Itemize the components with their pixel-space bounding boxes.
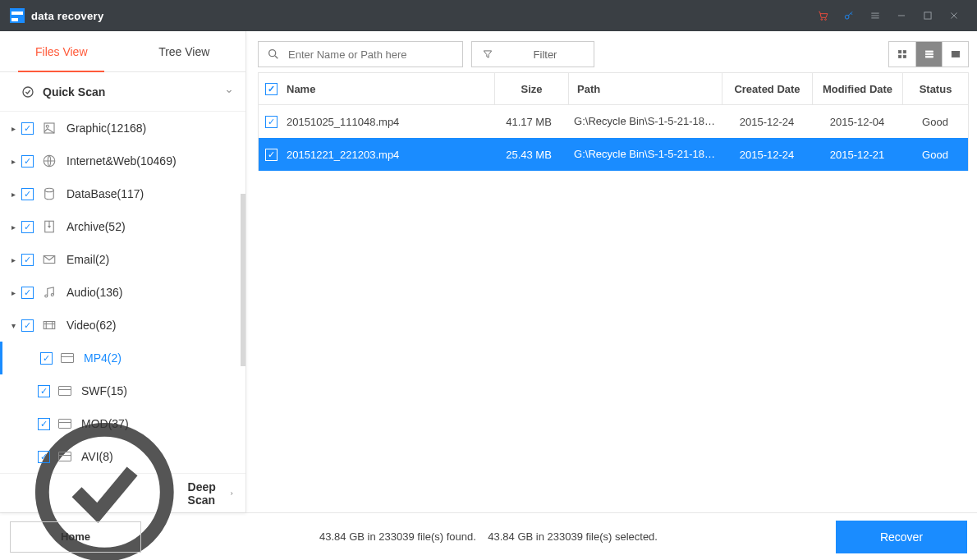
table-row[interactable]: ✓20151025_111048.mp441.17 MBG:\Recycle B… <box>259 105 968 138</box>
category-checkbox[interactable]: ✓ <box>21 254 34 266</box>
app-title: data recovery <box>31 10 103 22</box>
svg-rect-17 <box>903 50 906 53</box>
category-item[interactable]: ▸✓Audio(136) <box>0 276 245 309</box>
file-modified: 2015-12-04 <box>812 105 902 138</box>
quick-scan-section[interactable]: Quick Scan <box>0 72 245 112</box>
view-list-icon[interactable] <box>915 42 942 67</box>
view-grid-icon[interactable] <box>889 42 915 67</box>
category-item[interactable]: ▸✓Graphic(12168) <box>0 112 245 145</box>
file-modified: 2015-12-21 <box>812 138 902 171</box>
deep-scan-section[interactable]: Deep Scan <box>0 473 245 512</box>
category-item[interactable]: ▾✓Video(62) <box>0 309 245 342</box>
row-checkbox[interactable]: ✓ <box>265 116 278 128</box>
category-label: Archive(52) <box>67 220 126 233</box>
expand-icon[interactable]: ▸ <box>8 223 18 232</box>
folder-icon <box>58 386 71 396</box>
col-status[interactable]: Status <box>902 73 968 104</box>
tab-tree-view[interactable]: Tree View <box>123 31 246 71</box>
app-logo-icon <box>10 8 25 23</box>
svg-point-6 <box>46 125 48 127</box>
scrollbar-thumb[interactable] <box>241 194 245 366</box>
subcategory-checkbox[interactable]: ✓ <box>38 385 50 397</box>
table-row[interactable]: ✓20151221_221203.mp425.43 MBG:\Recycle B… <box>259 138 968 171</box>
subcategory-checkbox[interactable]: ✓ <box>40 352 53 365</box>
category-label: Email(2) <box>67 253 109 266</box>
table-body: ✓20151025_111048.mp441.17 MBG:\Recycle B… <box>258 105 969 171</box>
svg-point-11 <box>45 295 48 297</box>
check-circle-icon <box>21 85 34 99</box>
subcategory-checkbox[interactable]: ✓ <box>38 451 50 463</box>
expand-icon[interactable]: ▸ <box>8 157 18 166</box>
file-path: G:\Recycle Bin\S-1-5-21-18705229... <box>566 138 722 171</box>
col-size[interactable]: Size <box>494 73 568 104</box>
category-checkbox[interactable]: ✓ <box>21 287 34 299</box>
subcategory-checkbox[interactable]: ✓ <box>38 418 50 430</box>
svg-point-2 <box>845 15 849 19</box>
subcategory-label: MP4(2) <box>84 351 122 365</box>
col-path[interactable]: Path <box>568 73 722 104</box>
category-type-icon <box>42 186 57 201</box>
content-pane: Filter ✓ Name Size Path Created Dat <box>246 31 977 512</box>
search-box[interactable] <box>258 41 463 67</box>
footer-selected: 43.84 GB in 233039 file(s) selected. <box>488 530 658 543</box>
col-created[interactable]: Created Date <box>722 73 812 104</box>
svg-point-15 <box>269 50 276 57</box>
folder-icon <box>58 452 71 461</box>
subcategory-item[interactable]: ✓MP4(2) <box>0 342 245 374</box>
view-mode-toggle <box>888 41 969 67</box>
table-header: ✓ Name Size Path Created Date Modified D… <box>258 72 969 105</box>
key-icon[interactable] <box>836 0 862 31</box>
category-checkbox[interactable]: ✓ <box>21 155 34 168</box>
file-created: 2015-12-24 <box>722 105 812 138</box>
cart-icon[interactable] <box>810 0 836 31</box>
expand-icon[interactable]: ▾ <box>8 321 18 330</box>
search-icon <box>267 48 280 61</box>
expand-icon[interactable]: ▸ <box>8 288 18 297</box>
category-item[interactable]: ▸✓DataBase(117) <box>0 177 245 210</box>
subcategory-label: MOD(37) <box>81 417 129 430</box>
search-input[interactable] <box>288 48 454 61</box>
svg-point-4 <box>23 87 33 97</box>
expand-icon[interactable]: ▸ <box>8 190 18 199</box>
col-modified[interactable]: Modified Date <box>812 73 902 104</box>
category-item[interactable]: ▸✓Archive(52) <box>0 210 245 243</box>
category-checkbox[interactable]: ✓ <box>21 122 34 135</box>
category-checkbox[interactable]: ✓ <box>21 319 34 332</box>
col-name[interactable]: Name <box>283 83 494 95</box>
category-label: DataBase(117) <box>67 187 144 200</box>
file-name: 20151025_111048.mp4 <box>287 116 399 128</box>
expand-icon[interactable]: ▸ <box>8 124 18 133</box>
category-type-icon <box>42 121 57 135</box>
home-button[interactable]: Home <box>10 521 141 553</box>
subcategory-item[interactable]: ✓SWF(15) <box>0 374 245 407</box>
category-item[interactable]: ▸✓Internet&Web(10469) <box>0 145 245 177</box>
file-name: 20151221_221203.mp4 <box>287 149 399 161</box>
window-minimize-icon[interactable] <box>888 0 915 31</box>
tab-files-view[interactable]: Files View <box>0 31 123 71</box>
window-maximize-icon[interactable] <box>915 0 941 31</box>
view-preview-icon[interactable] <box>942 42 968 67</box>
chevron-down-icon <box>224 85 234 99</box>
title-bar: data recovery <box>0 0 977 31</box>
category-checkbox[interactable]: ✓ <box>21 221 34 233</box>
file-status: Good <box>902 138 968 171</box>
svg-rect-21 <box>925 53 933 55</box>
category-type-icon <box>42 318 57 333</box>
folder-icon <box>61 353 74 363</box>
category-checkbox[interactable]: ✓ <box>21 188 34 200</box>
svg-rect-13 <box>44 322 55 329</box>
row-checkbox[interactable]: ✓ <box>265 149 278 161</box>
expand-icon[interactable]: ▸ <box>8 255 18 264</box>
file-path: G:\Recycle Bin\S-1-5-21-18705229... <box>566 105 722 138</box>
filter-button[interactable]: Filter <box>471 41 594 67</box>
menu-icon[interactable] <box>862 0 888 31</box>
window-close-icon[interactable] <box>941 0 967 31</box>
select-all-checkbox[interactable]: ✓ <box>265 83 278 95</box>
file-status: Good <box>902 105 968 138</box>
category-item[interactable]: ▸✓Email(2) <box>0 243 245 276</box>
subcategory-item[interactable]: ✓AVI(8) <box>0 440 245 473</box>
subcategory-item[interactable]: ✓MOD(37) <box>0 407 245 440</box>
svg-rect-20 <box>925 51 933 53</box>
recover-button[interactable]: Recover <box>836 521 967 553</box>
category-tree[interactable]: ▸✓Graphic(12168)▸✓Internet&Web(10469)▸✓D… <box>0 112 245 473</box>
